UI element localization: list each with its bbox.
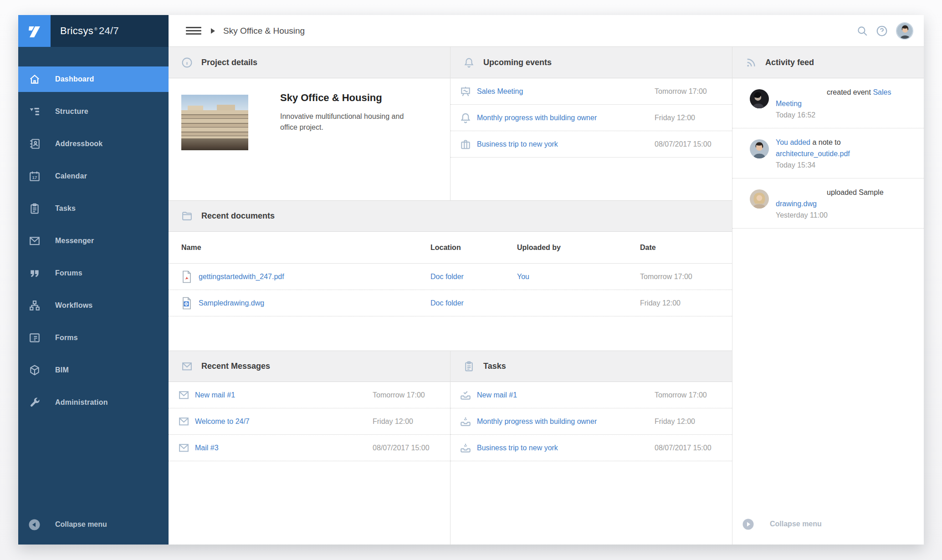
activity-document-link[interactable]: drawing.dwg xyxy=(776,200,817,208)
recent-messages-header: Recent Messages xyxy=(169,351,450,382)
event-time: Friday 12:00 xyxy=(655,114,732,122)
document-date: Friday 12:00 xyxy=(640,299,732,307)
panel-title: Upcoming events xyxy=(483,58,552,67)
panel-title: Project details xyxy=(201,58,257,67)
user-avatar[interactable] xyxy=(896,22,913,40)
event-time: 08/07/2017 15:00 xyxy=(655,140,732,148)
sidebar-item-workflows[interactable]: Workflows xyxy=(18,293,169,318)
feed-collapse-button[interactable]: Collapse menu xyxy=(732,515,924,534)
message-link[interactable]: New mail #1 xyxy=(195,391,373,399)
sidebar-item-calendar[interactable]: 17 Calendar xyxy=(18,163,169,189)
panel-title: Recent Messages xyxy=(201,361,270,371)
user-avatar[interactable] xyxy=(750,189,769,209)
search-icon[interactable] xyxy=(856,25,868,37)
upcoming-events-panel: Upcoming events Sales Meeting Tomorrow 1… xyxy=(450,47,732,200)
column-header-location: Location xyxy=(430,244,517,252)
sidebar-item-addressbook[interactable]: Addressbook xyxy=(18,131,169,157)
location-link[interactable]: Doc folder xyxy=(430,299,464,307)
sidebar-item-label: Forms xyxy=(55,334,78,342)
activity-document-link[interactable]: architecture_outide.pdf xyxy=(776,150,850,158)
sidebar: Bricsys®24/7 Dashboard Structure Add xyxy=(18,15,169,545)
sidebar-item-bim[interactable]: BIM xyxy=(18,357,169,383)
column-header-uploaded-by: Uploaded by xyxy=(517,244,640,252)
activity-time: Today 15:34 xyxy=(776,160,910,171)
presentation-icon xyxy=(460,86,471,97)
form-icon xyxy=(29,332,41,344)
user-avatar[interactable] xyxy=(750,89,769,108)
project-thumbnail-image[interactable] xyxy=(181,95,248,150)
message-row: Welcome to 24/7 Friday 12:00 xyxy=(169,408,450,435)
project-details-header: Project details xyxy=(169,47,450,78)
rss-icon xyxy=(745,57,757,68)
bricsys-247-app-window: Bricsys®24/7 Dashboard Structure Add xyxy=(18,15,924,545)
message-row: Mail #3 08/07/2017 15:00 xyxy=(169,435,450,461)
sidebar-item-label: Workflows xyxy=(55,301,92,310)
sidebar-item-label: Addressbook xyxy=(55,140,102,148)
tasks-panel: Tasks New mail #1 Tomorrow 17:00 Monthly… xyxy=(450,351,732,545)
table-header-row: Name Location Uploaded by Date xyxy=(169,232,732,264)
cube-icon xyxy=(29,364,41,376)
document-link[interactable]: Sampledrawing.dwg xyxy=(199,299,264,307)
recent-documents-table: Name Location Uploaded by Date gettingst… xyxy=(169,232,732,316)
bricsys-logo-icon[interactable] xyxy=(18,15,51,47)
panel-title: Activity feed xyxy=(765,58,814,67)
activity-item: uploaded Sample drawing.dwg Yesterday 11… xyxy=(732,178,924,229)
addressbook-icon xyxy=(29,138,41,150)
task-row: Business trip to new york 08/07/2017 15:… xyxy=(451,435,732,461)
event-link[interactable]: Sales Meeting xyxy=(477,87,655,96)
task-link[interactable]: Monthly progress with building owner xyxy=(477,417,655,426)
breadcrumb-caret-icon xyxy=(211,28,215,34)
message-link[interactable]: Mail #3 xyxy=(195,444,373,452)
clipboard-icon xyxy=(29,203,41,214)
sidebar-item-structure[interactable]: Structure xyxy=(18,99,169,124)
message-row: New mail #1 Tomorrow 17:00 xyxy=(169,382,450,408)
help-icon[interactable] xyxy=(876,25,888,37)
sidebar-item-forms[interactable]: Forms xyxy=(18,325,169,351)
sidebar-collapse-button[interactable]: Collapse menu xyxy=(18,514,169,535)
sidebar-item-forums[interactable]: Forums xyxy=(18,260,169,286)
envelope-icon xyxy=(178,389,189,401)
event-link[interactable]: Business trip to new york xyxy=(477,140,655,148)
svg-text:17: 17 xyxy=(32,175,37,180)
sidebar-item-label: Forums xyxy=(55,269,82,277)
location-link[interactable]: Doc folder xyxy=(430,273,464,280)
task-link[interactable]: Business trip to new york xyxy=(477,444,655,452)
document-link[interactable]: gettingstartedwith_247.pdf xyxy=(199,273,284,281)
inbox-check-icon xyxy=(460,389,471,401)
brand-name: Bricsys xyxy=(60,25,93,37)
task-time: Tomorrow 17:00 xyxy=(655,391,732,399)
briefcase-icon xyxy=(460,138,471,150)
message-time: Friday 12:00 xyxy=(373,417,450,426)
brand-bar: Bricsys®24/7 xyxy=(18,15,169,47)
task-link[interactable]: New mail #1 xyxy=(477,391,655,399)
event-link[interactable]: Monthly progress with building owner xyxy=(477,114,655,122)
sidebar-item-administration[interactable]: Administration xyxy=(18,390,169,415)
hamburger-menu-icon[interactable] xyxy=(186,27,201,35)
upcoming-events-header: Upcoming events xyxy=(451,47,732,78)
event-row: Business trip to new york 08/07/2017 15:… xyxy=(451,131,732,158)
sidebar-item-messenger[interactable]: Messenger xyxy=(18,228,169,254)
uploaded-by-link[interactable]: You xyxy=(517,273,529,280)
column-header-date: Date xyxy=(640,244,732,252)
task-row: Monthly progress with building owner Fri… xyxy=(451,408,732,435)
collapse-left-icon xyxy=(29,519,40,530)
activity-text: a note to xyxy=(810,138,841,146)
project-title: Sky Office & Housing xyxy=(280,92,430,104)
wrench-icon xyxy=(29,397,41,408)
sidebar-item-dashboard[interactable]: Dashboard xyxy=(18,66,169,92)
registered-mark: ® xyxy=(94,27,97,31)
clipboard-icon xyxy=(463,361,475,372)
panel-title: Recent documents xyxy=(201,211,275,221)
project-details-panel: Sky Office & Housing Innovative multifun… xyxy=(169,78,450,200)
message-link[interactable]: Welcome to 24/7 xyxy=(195,417,373,426)
calendar-icon: 17 xyxy=(29,170,41,182)
activity-user-link[interactable]: You added xyxy=(776,138,810,146)
activity-time: Today 16:52 xyxy=(776,110,910,121)
sidebar-menu: Dashboard Structure Addressbook 17 Calen… xyxy=(18,66,169,422)
breadcrumb[interactable]: Sky Office & Housing xyxy=(223,15,305,47)
inbox-down-icon xyxy=(460,416,471,428)
user-avatar[interactable] xyxy=(750,139,769,158)
sidebar-item-tasks[interactable]: Tasks xyxy=(18,196,169,221)
table-row: gettingstartedwith_247.pdf Doc folder Yo… xyxy=(169,264,732,290)
pdf-file-icon xyxy=(181,270,192,283)
